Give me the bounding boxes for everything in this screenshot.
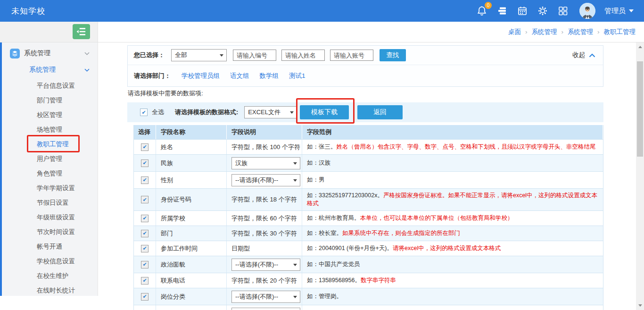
layers-icon <box>10 49 20 59</box>
row-checkbox[interactable] <box>141 143 149 151</box>
breadcrumb-separator: › <box>525 28 528 35</box>
sidebar-item[interactable]: 校区管理 <box>0 108 98 122</box>
sidebar-item[interactable]: 教职工管理 <box>0 137 98 151</box>
field-example: 如：杭州市教育局。本单位，也可以是本单位的下属单位（包括教育局和学校） <box>307 214 513 222</box>
field-desc-select[interactable]: --请选择(不限)-- <box>231 308 300 310</box>
sidebar: 系统管理 系统管理 平台信息设置部门管理校区管理场地管理教职工管理用户管理角色管… <box>0 42 98 296</box>
row-checkbox[interactable] <box>141 245 149 252</box>
table-row: 性别--请选择(不限)--如：男 <box>134 172 603 189</box>
department-link[interactable]: 数学组 <box>260 72 279 80</box>
sidebar-item[interactable]: 学年学期设置 <box>0 181 98 195</box>
scope-select[interactable]: 全部 <box>171 49 227 61</box>
row-checkbox[interactable] <box>141 261 149 268</box>
apps-button[interactable] <box>496 5 508 17</box>
sidebar-item[interactable]: 节假日设置 <box>0 195 98 210</box>
sidebar-subgroup-label: 系统管理 <box>29 66 56 74</box>
filter-row: 您已选择： 全部 查找 收起 <box>128 46 603 65</box>
sidebar-item[interactable]: 节次时间设置 <box>0 225 98 239</box>
field-example-cell: 如：20040901 (年份+月份+天)。请将excel中，这列的格式设置成文本… <box>302 241 603 256</box>
checkbox-cell <box>134 189 156 210</box>
example-text: 如：管理岗。 <box>307 293 342 300</box>
format-select[interactable]: EXCEL文件 <box>244 106 297 118</box>
chevron-down-icon <box>293 264 297 266</box>
sidebar-subgroup-system-management[interactable]: 系统管理 <box>0 61 98 78</box>
select-all-checkbox[interactable] <box>140 109 148 116</box>
row-checkbox[interactable] <box>141 293 149 301</box>
field-desc-select[interactable]: 汉族 <box>231 157 300 169</box>
breadcrumb-separator: › <box>597 28 600 35</box>
sidebar-menu: 平台信息设置部门管理校区管理场地管理教职工管理用户管理角色管理学年学期设置节假日… <box>0 78 98 298</box>
user-menu[interactable]: 管理员 <box>604 7 634 16</box>
sidebar-group-system-management[interactable]: 系统管理 <box>0 45 98 61</box>
chevron-down-icon <box>293 179 297 182</box>
field-desc-cell: --请选择(不限)-- <box>227 305 302 310</box>
row-checkbox[interactable] <box>141 215 149 222</box>
sidebar-toggle-button[interactable] <box>73 24 90 39</box>
breadcrumb-item[interactable]: 教职工管理 <box>604 28 636 36</box>
sidebar-item[interactable]: 平台信息设置 <box>0 78 98 93</box>
breadcrumb-item[interactable]: 桌面 <box>508 28 521 36</box>
breadcrumb-separator: › <box>561 28 564 35</box>
modules-button[interactable] <box>557 5 569 17</box>
field-desc-select[interactable]: --请选择(不限)-- <box>231 259 300 271</box>
settings-button[interactable] <box>537 5 548 17</box>
breadcrumb-item[interactable]: 系统管理 <box>532 28 557 36</box>
sidebar-item[interactable]: 部门管理 <box>0 93 98 108</box>
department-link[interactable]: 语文组 <box>230 72 249 80</box>
select-value: 汉族 <box>235 159 248 168</box>
field-example: 如：管理岗。 <box>307 293 342 301</box>
scroll-down-arrow[interactable] <box>638 304 642 307</box>
breadcrumb-item[interactable]: 系统管理 <box>568 28 593 36</box>
field-desc-select[interactable]: --请选择(不限)-- <box>231 291 300 303</box>
filter-input[interactable] <box>330 50 373 61</box>
sidebar-item[interactable]: 用户管理 <box>0 151 98 166</box>
row-checkbox[interactable] <box>141 176 149 184</box>
row-checkbox[interactable] <box>141 230 149 237</box>
checkbox-cell <box>134 172 156 188</box>
filter-inputs <box>233 50 379 61</box>
chevron-down-icon <box>293 296 297 298</box>
template-download-button[interactable]: 模板下载 <box>300 105 349 119</box>
department-links: 学校管理员组语文组数学组测试1 <box>182 72 305 80</box>
department-link[interactable]: 学校管理员组 <box>182 72 220 80</box>
template-toolbar: 全选 请选择模板的数据格式: EXCEL文件 模板下载 返回 <box>127 102 603 122</box>
calendar-button[interactable] <box>517 5 528 17</box>
example-note: 本单位，也可以是本单位的下属单位（包括教育局和学校） <box>360 215 513 221</box>
checkbox-cell <box>134 155 156 171</box>
example-note: 请将excel中，这列的格式设置成文本格式 <box>393 245 501 251</box>
filter-input[interactable] <box>233 50 276 61</box>
row-checkbox[interactable] <box>141 196 149 203</box>
notifications-button[interactable]: 0 <box>476 5 487 17</box>
field-example-cell: 如：汉族 <box>302 155 603 171</box>
example-text: 如：校长室。 <box>307 230 342 236</box>
field-example: 如：汉族 <box>307 159 330 167</box>
avatar[interactable] <box>579 3 595 19</box>
field-name-cell: 参加工作时间 <box>156 241 227 256</box>
search-button[interactable]: 查找 <box>380 49 406 61</box>
sidebar-item[interactable]: 年级班级设置 <box>0 210 98 225</box>
department-link[interactable]: 测试1 <box>289 72 305 80</box>
sidebar-item[interactable]: 学校信息设置 <box>0 254 98 268</box>
table-header-cell: 字段说明 <box>227 125 302 139</box>
sidebar-item[interactable]: 在校生维护 <box>0 268 98 283</box>
field-desc-cell: 字符型，限长 100 个字符 <box>227 140 302 154</box>
sidebar-item[interactable]: 在线时长统计 <box>0 283 98 298</box>
sidebar-item[interactable]: 帐号开通 <box>0 239 98 254</box>
filter-input[interactable] <box>281 50 325 61</box>
scrollbar-thumb[interactable] <box>637 61 643 157</box>
collapse-label: 收起 <box>572 51 585 59</box>
row-checkbox[interactable] <box>141 159 149 167</box>
field-desc-select[interactable]: --请选择(不限)-- <box>231 174 300 186</box>
sidebar-item[interactable]: 场地管理 <box>0 122 98 137</box>
field-desc-cell: 汉族 <box>227 155 302 171</box>
scroll-up-arrow[interactable] <box>638 46 642 48</box>
back-button[interactable]: 返回 <box>357 105 403 119</box>
field-example-cell: 如：管理岗。 <box>302 288 603 305</box>
field-desc-cell: 字符型，限长 20 个字符 <box>227 273 302 288</box>
grid-icon <box>558 6 568 16</box>
vertical-scrollbar[interactable] <box>636 42 644 310</box>
row-checkbox[interactable] <box>141 277 149 285</box>
checkbox-cell <box>134 226 156 241</box>
collapse-panel-link[interactable]: 收起 <box>572 51 603 59</box>
sidebar-item[interactable]: 角色管理 <box>0 166 98 181</box>
